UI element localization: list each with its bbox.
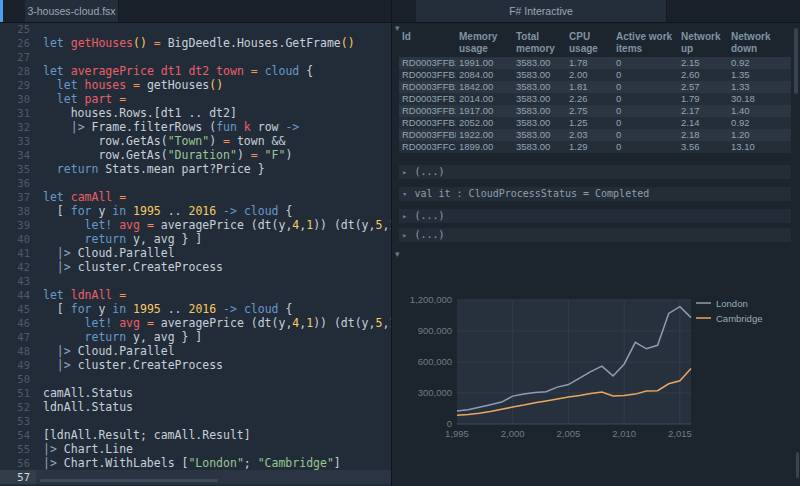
active-pane-indicator: [0, 0, 3, 22]
table-cell: 0: [613, 69, 678, 81]
table-cell: 3583.00: [513, 93, 566, 105]
table-row: RD0003FFC407CD1899.003583.001.2903.5613.…: [399, 141, 791, 153]
code-text: |> Chart.WithLabels ["London"; "Cambridg…: [43, 456, 341, 470]
collapse-chart-chevron[interactable]: ▾: [395, 249, 400, 259]
table-cell: RD0003FFC407CD: [399, 141, 456, 153]
line-number: 35: [0, 162, 36, 176]
table-cell: 2084.00: [456, 69, 513, 81]
code-line[interactable]: 29 let houses = getHouses(): [0, 78, 391, 92]
table-cell: 1.35: [728, 69, 791, 81]
section-chevron-icon[interactable]: ▸: [402, 211, 407, 221]
code-line[interactable]: 35 return Stats.mean part?Price }: [0, 162, 391, 176]
table-cell: 2052.00: [456, 117, 513, 129]
table-cell: 0: [613, 57, 678, 69]
code-line[interactable]: 47 return y, avg } ]: [0, 330, 391, 344]
table-cell: 3583.00: [513, 105, 566, 117]
section-label: (...): [414, 229, 444, 240]
code-line[interactable]: 26let getHouses() = BigDeedle.Houses.Get…: [0, 36, 391, 50]
code-text: let houses = getHouses(): [43, 78, 223, 92]
code-line[interactable]: 54[ldnAll.Result; camAll.Result]: [0, 428, 391, 442]
table-row: RD0003FFBFF60A1922.003583.002.0302.181.2…: [399, 129, 791, 141]
table-cell: RD0003FFB1C782: [399, 81, 456, 93]
collapsed-result-section[interactable]: ▸(...): [399, 209, 791, 223]
table-cell: 0.92: [728, 57, 791, 69]
code-line[interactable]: 27: [0, 50, 391, 64]
code-line[interactable]: 43: [0, 274, 391, 288]
code-line[interactable]: 53: [0, 414, 391, 428]
code-line[interactable]: 37let camAll =: [0, 190, 391, 204]
table-cell: 3583.00: [513, 69, 566, 81]
code-line[interactable]: 48 |> Cloud.Parallel: [0, 344, 391, 358]
y-tick-label: 300,000: [418, 387, 452, 398]
line-number: 26: [0, 36, 36, 50]
code-line[interactable]: 32 |> Frame.filterRows (fun k row ->: [0, 120, 391, 134]
expanded-result-section[interactable]: ▾val it : CloudProcessStatus = Completed: [399, 187, 791, 201]
code-line[interactable]: 39 let! avg = averagePrice (dt(y,4,1)) (…: [0, 218, 391, 232]
table-cell: 3583.00: [513, 129, 566, 141]
code-line[interactable]: 40 return y, avg } ]: [0, 232, 391, 246]
code-line[interactable]: 25: [0, 22, 391, 36]
tab-3-houses-cloud[interactable]: 3-houses-cloud.fsx: [25, 0, 119, 22]
code-text: let! avg = averagePrice (dt(y,4,1)) (dt(…: [43, 316, 391, 330]
line-number: 31: [0, 106, 36, 120]
code-text: row.GetAs("Duration") = "F"): [43, 148, 292, 162]
x-tick-label: 2,005: [557, 428, 581, 439]
table-cell: 2.14: [678, 117, 728, 129]
y-tick-label: 1,200,000: [410, 294, 452, 305]
table-cell: 0: [613, 105, 678, 117]
code-line[interactable]: 30 let part =: [0, 92, 391, 106]
fsi-scrollbar-thumb-top[interactable]: [794, 28, 798, 94]
code-text: return y, avg } ]: [43, 330, 202, 344]
code-line[interactable]: 38 [ for y in 1995 .. 2016 -> cloud {: [0, 204, 391, 218]
code-line[interactable]: 45 [ for y in 1995 .. 2016 -> cloud {: [0, 302, 391, 316]
code-editor[interactable]: 2526let getHouses() = BigDeedle.Houses.G…: [0, 22, 391, 486]
code-line[interactable]: 34 row.GetAs("Duration") = "F"): [0, 148, 391, 162]
code-text: let getHouses() = BigDeedle.Houses.GetFr…: [43, 36, 355, 50]
code-line[interactable]: 50: [0, 372, 391, 386]
code-text: row.GetAs("Town") = town &&: [43, 134, 285, 148]
y-tick-label: 600,000: [418, 356, 452, 367]
line-number: 25: [0, 22, 36, 36]
table-cell: 2.17: [678, 105, 728, 117]
code-line[interactable]: 51camAll.Status: [0, 386, 391, 400]
section-chevron-icon[interactable]: ▸: [402, 167, 407, 177]
code-line[interactable]: 46 let! avg = averagePrice (dt(y,4,1)) (…: [0, 316, 391, 330]
table-cell: 1.79: [678, 93, 728, 105]
code-line[interactable]: 33 row.GetAs("Town") = town &&: [0, 134, 391, 148]
code-line[interactable]: 28let averagePrice dt1 dt2 town = cloud …: [0, 64, 391, 78]
code-line[interactable]: 42 |> cluster.CreateProcess: [0, 260, 391, 274]
table-row: RD0003FFB1E0C91917.003583.002.7502.171.4…: [399, 105, 791, 117]
table-header: IdMemory usageTotal memoryCPU usageActiv…: [399, 30, 791, 57]
code-line[interactable]: 52ldnAll.Status: [0, 400, 391, 414]
table-cell: 1842.00: [456, 81, 513, 93]
code-line[interactable]: 56|> Chart.WithLabels ["London"; "Cambri…: [0, 456, 391, 470]
column-header: Active work items: [613, 30, 678, 57]
editor-tab-bar: 3-houses-cloud.fsx: [0, 0, 391, 23]
tab-fsi-interactive[interactable]: F# Interactive: [416, 0, 667, 22]
code-line[interactable]: 41 |> Cloud.Parallel: [0, 246, 391, 260]
fsi-pane: F# Interactive ▾ IdMemory usageTotal mem…: [392, 0, 800, 486]
fsi-tab-bar: F# Interactive: [392, 0, 800, 23]
line-number: 39: [0, 218, 36, 232]
code-line[interactable]: 55|> Chart.Line: [0, 442, 391, 456]
editor-horizontal-scrollbar[interactable]: [40, 479, 218, 482]
line-number: 27: [0, 50, 36, 64]
code-line[interactable]: 44let ldnAll =: [0, 288, 391, 302]
x-tick-label: 2,010: [612, 428, 636, 439]
collapsed-result-section[interactable]: ▸(...): [399, 165, 791, 179]
code-line[interactable]: 31 houses.Rows.[dt1 .. dt2]: [0, 106, 391, 120]
table-cell: 0: [613, 141, 678, 153]
code-line[interactable]: 36: [0, 176, 391, 190]
section-chevron-icon[interactable]: ▸: [402, 230, 407, 240]
tab-label: F# Interactive: [509, 5, 573, 17]
app-window: 3-houses-cloud.fsx 2526let getHouses() =…: [0, 0, 800, 486]
line-number: 57: [0, 470, 36, 484]
fsi-scrollbar-thumb-bottom[interactable]: [796, 452, 799, 478]
collapsed-result-section[interactable]: ▸(...): [399, 228, 791, 242]
line-number: 47: [0, 330, 36, 344]
table-row: RD0003FFB1AC572084.003583.002.0002.601.3…: [399, 69, 791, 81]
code-line[interactable]: 49 |> cluster.CreateProcess: [0, 358, 391, 372]
column-header: CPU usage: [566, 30, 613, 57]
section-chevron-icon[interactable]: ▾: [402, 189, 407, 199]
line-number: 54: [0, 428, 36, 442]
